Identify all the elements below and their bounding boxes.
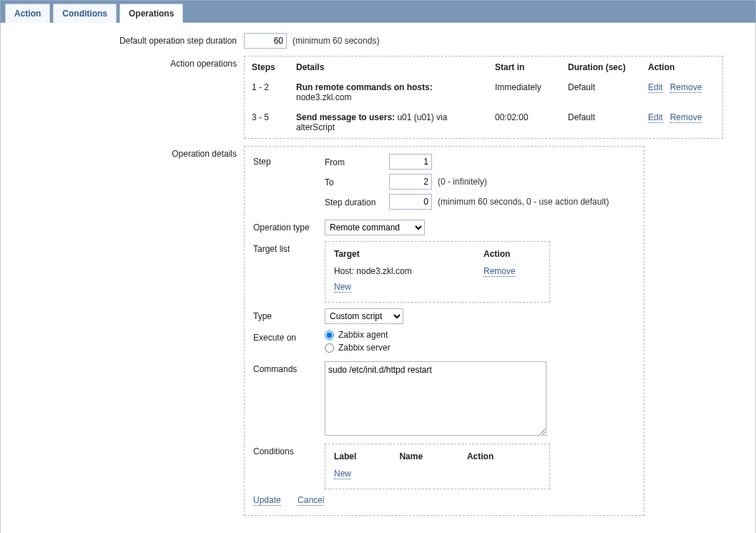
cell-duration: Default [562,108,641,137]
table-row: 3 - 5 Send message to users: u01 (u01) v… [246,108,721,137]
label-type: Type [253,308,325,321]
cell-details: Send message to users: u01 (u01) via alt… [290,108,488,137]
cell-start-in: Immediately [489,78,561,107]
action-operations-table: Steps Details Start in Duration (sec) Ac… [244,56,723,139]
cell-duration: Default [562,78,641,107]
label-target-list: Target list [253,241,325,254]
details-cancel-link[interactable]: Cancel [298,495,324,506]
input-step-from[interactable] [389,154,432,170]
textarea-commands[interactable]: sudo /etc/init.d/httpd restart [325,361,546,436]
select-operation-type[interactable]: Remote command [325,220,425,235]
radio-zabbix-agent[interactable] [325,331,334,340]
target-row: Host: node3.zkl.com Remove [334,265,541,279]
input-step-duration[interactable] [389,194,432,210]
col-steps: Steps [246,58,289,77]
new-target-link[interactable]: New [334,282,351,293]
label-from: From [325,156,389,167]
tab-bar: Action Conditions Operations [0,0,756,23]
new-condition-link[interactable]: New [334,469,351,479]
details-update-link[interactable]: Update [253,495,281,506]
tab-conditions[interactable]: Conditions [53,4,117,23]
hint-infinitely: (0 - infinitely) [438,177,487,187]
edit-link[interactable]: Edit [648,112,663,123]
col-action: Action [467,451,541,466]
target-list-box: Target Action Host: node3.zkl.com Remove… [325,241,550,303]
col-start-in: Start in [489,58,561,77]
col-duration: Duration (sec) [562,58,641,77]
col-details: Details [290,58,488,77]
tab-operations[interactable]: Operations [119,4,183,23]
target-cell: Host: node3.zkl.com [334,265,482,279]
label-action-operations: Action operations [8,56,244,69]
remove-link[interactable]: Remove [670,112,702,123]
col-name: Name [399,451,465,466]
cell-start-in: 00:02:00 [489,108,561,137]
col-action: Action [483,249,541,263]
label-commands: Commands [253,361,325,374]
input-step-to[interactable] [389,174,432,190]
cell-steps: 1 - 2 [246,78,289,107]
remove-target-link[interactable]: Remove [483,266,516,277]
label-conditions: Conditions [253,444,325,456]
col-target: Target [334,249,482,263]
table-row: 1 - 2 Run remote commands on hosts: node… [246,78,721,107]
conditions-box: Label Name Action New [325,444,550,489]
radio-label-server: Zabbix server [338,343,391,353]
radio-zabbix-server[interactable] [325,343,334,353]
select-type[interactable]: Custom script [325,308,403,324]
input-default-step-duration[interactable] [244,33,287,49]
edit-link[interactable]: Edit [648,82,663,93]
label-default-step-duration: Default operation step duration [8,33,244,46]
col-label: Label [334,451,398,466]
cell-steps: 3 - 5 [246,108,289,137]
hint-step-duration: (minimum 60 seconds, 0 - use action defa… [438,197,609,207]
label-operation-type: Operation type [253,220,325,233]
label-to: To [325,176,389,187]
cell-details: Run remote commands on hosts: node3.zkl.… [290,78,488,107]
label-step-duration: Step duration [325,196,389,207]
hint-min-60: (minimum 60 seconds) [293,36,379,46]
tab-action[interactable]: Action [5,4,50,23]
radio-label-agent: Zabbix agent [338,330,388,340]
col-action: Action [642,58,721,77]
label-operation-details: Operation details [8,146,244,159]
label-step: Step [253,154,325,167]
remove-link[interactable]: Remove [670,82,702,93]
operation-details-panel: Step From To (0 - infinitely) [244,146,644,516]
operations-panel: Default operation step duration (minimum… [0,23,756,533]
label-execute-on: Execute on [253,330,325,343]
